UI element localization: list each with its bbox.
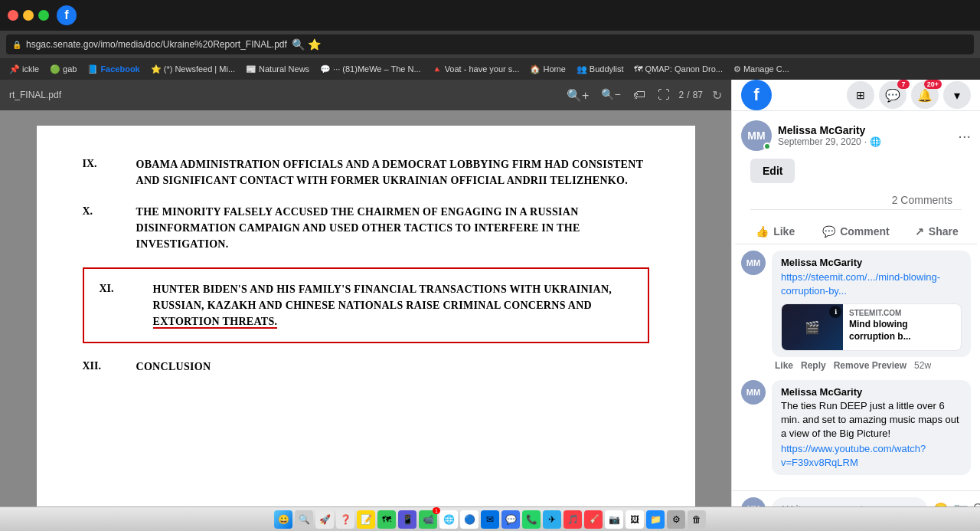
preview-title-1: Mind blowing corruption b... [849, 319, 955, 343]
zoom-in-icon[interactable]: 🔍+ [567, 88, 589, 103]
taskbar-files[interactable]: 📁 [646, 510, 665, 529]
taskbar-signal[interactable]: 💬 [501, 510, 520, 529]
like-button[interactable]: 👍 Like [735, 219, 815, 244]
bookmark-gab[interactable]: 🟢 gab [45, 63, 81, 76]
pdf-current-page: 2 [679, 90, 684, 100]
window-controls [8, 10, 49, 21]
thumbs-up-icon: 👍 [756, 225, 769, 238]
bookmark-facebook[interactable]: 📘 Facebook [83, 63, 144, 76]
taskbar-itunes[interactable]: 🎸 [584, 510, 603, 529]
comment-username-2[interactable]: Melissa McGarity [781, 386, 962, 398]
taskbar-settings[interactable]: ⚙ [667, 510, 685, 529]
tab-favicon: f [57, 5, 77, 25]
comment-like-1[interactable]: Like [775, 360, 793, 371]
account-button[interactable]: ▾ [943, 81, 971, 109]
taskbar-chrome[interactable]: 🔵 [460, 510, 479, 529]
post-author-name[interactable]: Melissa McGarity [778, 124, 952, 136]
remove-preview-1[interactable]: Remove Preview [834, 360, 906, 371]
bookmark-icon[interactable]: ⭐ [308, 38, 321, 51]
reaction-bar: 👍 Like 💬 Comment ↗ Share [735, 219, 977, 244]
taskbar-finder[interactable]: 😀 [274, 510, 292, 529]
apps-button[interactable]: ⊞ [847, 81, 874, 109]
comment-reply-1[interactable]: Reply [801, 360, 826, 371]
notifications-badge: 20+ [924, 80, 942, 89]
bookmark-buddylist[interactable]: 👥 Buddylist [572, 63, 629, 76]
address-bar[interactable]: 🔒 hsgac.senate.gov/imo/media/doc/Ukraine… [6, 34, 974, 54]
title-bar: f [0, 0, 980, 31]
bookmark-naturalnews[interactable]: 📰 Natural News [241, 63, 314, 76]
fb-logo: f [741, 80, 772, 110]
section-xi-text: HUNTER BIDEN'S AND HIS FAMILY'S FINANCIA… [153, 281, 635, 329]
bookmark-home[interactable]: 🏠 Home [525, 63, 570, 76]
pdf-viewer: rt_FINAL.pdf 🔍+ 🔍− 🏷 ⛶ 2 / 87 ↻ IX. OBAM… [0, 80, 731, 506]
maximize-button[interactable] [38, 10, 49, 21]
comment-label: Comment [840, 225, 890, 238]
section-xii-num: XII. [83, 359, 121, 375]
share-icon: ↗ [915, 225, 924, 238]
facebook-favicon: f [57, 5, 77, 25]
lock-icon: 🔒 [12, 41, 21, 49]
section-xii-text: CONCLUSION [136, 359, 211, 375]
comment-link-1[interactable]: https://steemit.com/.../mind-blowing-cor… [781, 271, 940, 297]
edit-button[interactable]: Edit [750, 159, 795, 183]
taskbar-app1[interactable]: 📱 [398, 510, 416, 529]
browser-chrome: f 🔒 hsgac.senate.gov/imo/media/doc/Ukrai… [0, 0, 980, 80]
bookmarks-bar: 📌 ickle 🟢 gab 📘 Facebook ⭐ (*) Newsfeed … [0, 58, 980, 80]
taskbar-launchpad[interactable]: 🚀 [315, 510, 334, 529]
taskbar-help[interactable]: ❓ [336, 510, 354, 529]
more-options-button[interactable]: ··· [958, 127, 971, 145]
taskbar-preview[interactable]: 🖼 [626, 510, 644, 529]
comment-bubble-2: Melissa McGarity The ties Run DEEP just … [772, 380, 971, 475]
taskbar-whatsapp[interactable]: 📞 [522, 510, 541, 529]
comment-link-2[interactable]: https://www.youtube.com/watch?v=F39xv8Rq… [781, 443, 926, 468]
taskbar-trash[interactable]: 🗑 [688, 510, 706, 529]
messenger-button[interactable]: 💬 7 [879, 81, 906, 109]
comments-section: MM Melissa McGarity https://steemit.com/… [732, 244, 980, 490]
bookmark-newsfeed[interactable]: ⭐ (*) Newsfeed | Mi... [146, 63, 240, 76]
bookmark-ickle[interactable]: 📌 ickle [5, 63, 44, 76]
zoom-out-icon[interactable]: 🔍− [601, 88, 620, 103]
refresh-icon[interactable]: ↻ [712, 88, 722, 103]
taskbar-facetime[interactable]: 📹1 [419, 510, 437, 529]
address-actions: 🔍 ⭐ [292, 38, 321, 51]
taskbar-telegram[interactable]: ✈ [543, 510, 561, 529]
taskbar-mail[interactable]: ✉ [481, 510, 499, 529]
bell-icon: 🔔 [917, 88, 933, 103]
grid-icon: ⊞ [856, 89, 865, 101]
fullscreen-icon[interactable]: ⛶ [658, 88, 670, 103]
close-button[interactable] [8, 10, 18, 21]
bookmark-qmap[interactable]: 🗺 QMAP: Qanon Dro... [629, 63, 727, 75]
comment-button[interactable]: 💬 Comment [815, 219, 896, 244]
bookmark-voat[interactable]: 🔺 Voat - have your s... [427, 63, 524, 76]
facebook-sidebar: f ⊞ 💬 7 🔔 20+ ▾ [731, 80, 980, 506]
pdf-toolbar: rt_FINAL.pdf 🔍+ 🔍− 🏷 ⛶ 2 / 87 ↻ [0, 80, 731, 110]
pdf-page-info: 2 / 87 [679, 90, 703, 100]
search-icon[interactable]: 🔍 [292, 38, 305, 51]
pdf-content[interactable]: IX. OBAMA ADMINISTRATION OFFICIALS AND A… [0, 110, 731, 506]
taskbar: 😀 🔍 🚀 ❓ 📝 🗺 📱 📹1 🌐 🔵 ✉ 💬 📞 ✈ 🎵 🎸 📷 🖼 📁 ⚙… [0, 506, 980, 531]
bookmark-manage[interactable]: ⚙ Manage C... [729, 63, 794, 76]
taskbar-siri[interactable]: 🔍 [295, 510, 313, 529]
comment-item-1: MM Melissa McGarity https://steemit.com/… [741, 251, 971, 371]
comment-username-1[interactable]: Melissa McGarity [781, 257, 962, 268]
share-button[interactable]: ↗ Share [897, 219, 977, 244]
info-icon: ℹ [829, 306, 841, 318]
bookmark-mewe[interactable]: 💬 ··· (81)MeWe – The N... [315, 63, 426, 76]
notifications-button[interactable]: 🔔 20+ [911, 81, 939, 109]
taskbar-maps[interactable]: 🗺 [377, 510, 396, 529]
fb-icons-right: ⊞ 💬 7 🔔 20+ ▾ [847, 81, 971, 109]
current-user-avatar: MM [741, 497, 766, 506]
taskbar-notes[interactable]: 📝 [357, 510, 375, 529]
section-xii: XII. CONCLUSION [83, 359, 649, 375]
bookmark-pdf-icon[interactable]: 🏷 [633, 88, 645, 103]
taskbar-safari[interactable]: 🌐 [439, 510, 458, 529]
minimize-button[interactable] [23, 10, 34, 21]
pdf-zoom-controls: 🔍+ 🔍− 🏷 ⛶ [567, 88, 670, 103]
comment-input[interactable] [772, 497, 927, 506]
taskbar-music[interactable]: 🎵 [564, 510, 582, 529]
address-bar-row: 🔒 hsgac.senate.gov/imo/media/doc/Ukraine… [0, 31, 980, 58]
taskbar-photos[interactable]: 📷 [605, 510, 623, 529]
section-x-num: X. [83, 204, 121, 252]
link-preview-1[interactable]: 🎬 ℹ STEEMIT.COM Mind blowing corruption … [781, 303, 962, 351]
section-x-text: THE MINORITY FALSELY ACCUSED THE CHAIRME… [136, 204, 649, 252]
